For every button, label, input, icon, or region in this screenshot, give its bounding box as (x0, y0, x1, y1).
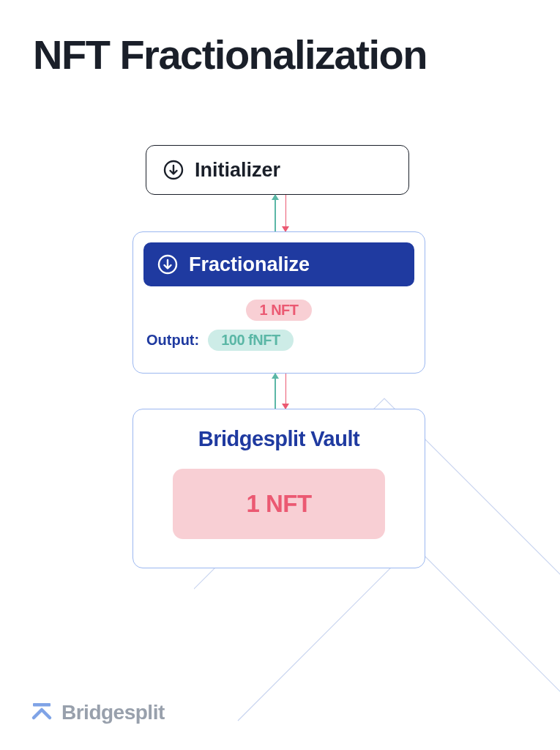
vault-nft-label: 1 NFT (246, 490, 311, 518)
output-label: Output: (146, 332, 199, 349)
connector-arrows-2 (272, 374, 289, 409)
fractionalize-box: Fractionalize 1 NFT Output: 100 fNFT (132, 231, 425, 374)
fractionalize-label: Fractionalize (189, 253, 310, 276)
page-title: NFT Fractionalization (33, 31, 427, 78)
initializer-label: Initializer (195, 159, 280, 182)
fractionalize-header: Fractionalize (143, 242, 414, 286)
initializer-box: Initializer (146, 145, 409, 195)
input-nft-pill: 1 NFT (246, 300, 311, 321)
output-fnft-pill: 100 fNFT (208, 330, 293, 351)
bridgesplit-logo-icon (31, 700, 53, 725)
download-circle-icon (163, 159, 184, 181)
connector-arrows-1 (272, 195, 289, 231)
svg-rect-2 (33, 703, 51, 707)
vault-box: Bridgesplit Vault 1 NFT (132, 409, 425, 568)
download-circle-icon (157, 253, 179, 275)
footer-brand: Bridgesplit (31, 700, 165, 725)
footer-brand-name: Bridgesplit (61, 701, 165, 724)
vault-nft-card: 1 NFT (173, 469, 385, 539)
vault-title: Bridgesplit Vault (198, 427, 359, 451)
